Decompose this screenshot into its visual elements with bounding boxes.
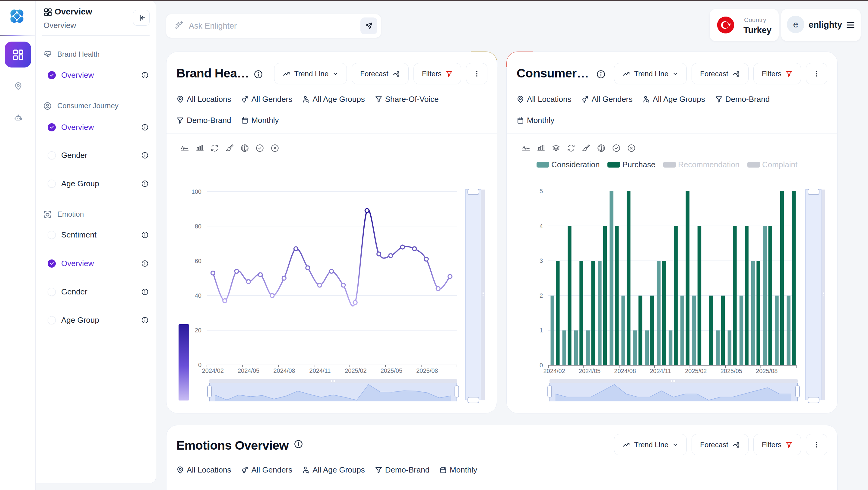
svg-text:2025/02: 2025/02 bbox=[685, 368, 707, 374]
svg-text:2024/05: 2024/05 bbox=[579, 368, 600, 374]
svg-text:2024/02: 2024/02 bbox=[543, 368, 565, 374]
svg-text:100: 100 bbox=[191, 188, 202, 195]
svg-text:80: 80 bbox=[195, 223, 202, 230]
svg-text:2025/02: 2025/02 bbox=[345, 367, 367, 374]
svg-text:2025/08: 2025/08 bbox=[416, 367, 438, 374]
svg-text:2025/05: 2025/05 bbox=[381, 367, 402, 374]
svg-text:2024/08: 2024/08 bbox=[614, 368, 636, 374]
svg-text:0: 0 bbox=[539, 362, 543, 368]
svg-text:2: 2 bbox=[539, 292, 543, 299]
svg-text:2025/08: 2025/08 bbox=[756, 368, 777, 374]
svg-text:4: 4 bbox=[539, 223, 543, 229]
svg-text:0: 0 bbox=[198, 362, 202, 368]
svg-text:40: 40 bbox=[195, 292, 202, 299]
svg-text:2024/11: 2024/11 bbox=[650, 368, 671, 374]
svg-text:20: 20 bbox=[195, 327, 202, 334]
svg-text:1: 1 bbox=[539, 327, 543, 334]
svg-text:5: 5 bbox=[539, 188, 543, 194]
svg-text:2024/11: 2024/11 bbox=[309, 367, 331, 374]
svg-text:2024/05: 2024/05 bbox=[238, 367, 259, 374]
svg-text:2025/05: 2025/05 bbox=[720, 368, 742, 374]
svg-text:3: 3 bbox=[539, 257, 543, 264]
svg-text:60: 60 bbox=[195, 258, 202, 264]
svg-text:2024/02: 2024/02 bbox=[202, 367, 224, 374]
svg-text:2024/08: 2024/08 bbox=[273, 367, 295, 374]
